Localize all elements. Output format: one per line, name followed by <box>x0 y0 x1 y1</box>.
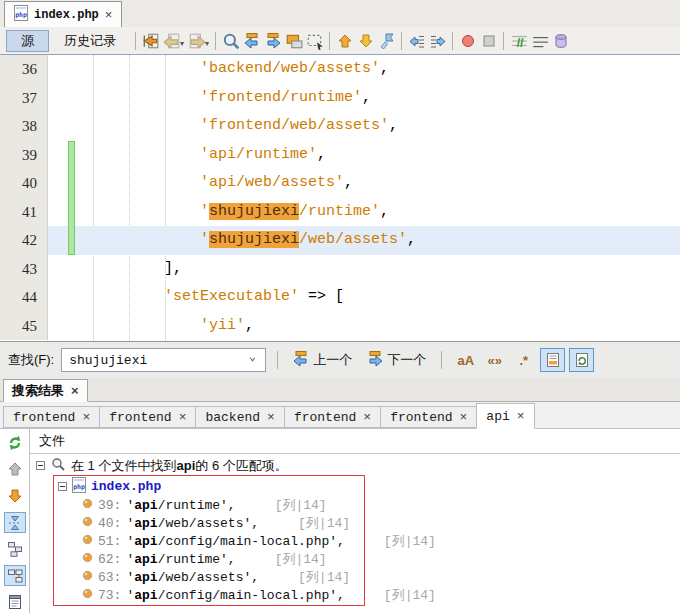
editor-line[interactable]: 45 'yii', <box>0 312 680 341</box>
close-icon[interactable]: × <box>105 8 113 21</box>
uncomment-icon[interactable] <box>529 30 550 52</box>
expander-icon[interactable] <box>58 479 67 494</box>
nav-forward-icon[interactable] <box>186 30 207 52</box>
find-previous-button[interactable]: 上一个 <box>289 349 356 372</box>
database-icon[interactable] <box>550 30 571 52</box>
editor-line[interactable]: 41 'shujujiexi/runtime', <box>0 198 680 227</box>
match-row[interactable]: 39: 'api/runtime',[列|14] <box>30 496 680 514</box>
next-bookmark-icon[interactable] <box>334 30 355 52</box>
next-match-icon[interactable] <box>4 485 26 507</box>
expander-icon[interactable] <box>36 458 45 473</box>
code-text: 'shujujiexi/runtime', <box>48 198 680 227</box>
editor-line[interactable]: 40 'api/web/assets', <box>0 169 680 198</box>
results-tree: 文件 在 1 个文件中找到api的 6 个匹配项。 phpindex.php39… <box>30 428 680 613</box>
match-bullet-icon <box>82 516 93 531</box>
start-macro-recording-icon[interactable] <box>457 30 478 52</box>
combo-caret-icon[interactable] <box>245 350 263 370</box>
find-next-icon[interactable] <box>262 30 283 52</box>
regexp-toggle[interactable]: .* <box>511 348 536 372</box>
close-icon[interactable]: × <box>517 410 525 423</box>
code-text: ], <box>48 255 680 284</box>
result-tab-frontend[interactable]: frontend× <box>99 406 196 428</box>
result-tab-frontend[interactable]: frontend× <box>284 406 381 428</box>
result-tab-frontend[interactable]: frontend× <box>380 406 477 428</box>
editor-line[interactable]: 39 'api/runtime', <box>0 141 680 170</box>
line-number: 38 <box>0 112 48 141</box>
editor-toolbar-icons: ▾▾// <box>131 30 571 52</box>
result-tab-backend[interactable]: backend× <box>195 406 284 428</box>
collapse-tree-icon[interactable] <box>4 512 26 534</box>
file-tab-index-php[interactable]: php index.php × <box>4 1 122 28</box>
close-icon[interactable]: × <box>363 411 371 424</box>
shift-line-right-icon[interactable] <box>427 30 448 52</box>
line-number: 45 <box>0 312 48 341</box>
match-row[interactable]: 73: 'api/config/main-local.php',[列|14] <box>30 586 680 604</box>
refresh-icon[interactable] <box>4 432 26 454</box>
whole-words-toggle[interactable]: «» <box>482 348 507 372</box>
file-tab-strip: php index.php × <box>0 0 680 28</box>
editor-line[interactable]: 43 ], <box>0 255 680 284</box>
previous-bookmark-icon[interactable] <box>355 30 376 52</box>
close-icon[interactable]: × <box>267 411 275 424</box>
close-icon[interactable]: × <box>179 411 187 424</box>
search-results-panel: 搜索结果 × frontend×frontend×backend×fronten… <box>0 378 680 613</box>
match-row[interactable]: 40: 'api/web/assets',[列|14] <box>30 514 680 532</box>
comment-icon[interactable]: // <box>508 30 529 52</box>
tab-history[interactable]: 历史记录 <box>49 30 131 52</box>
line-number: 37 <box>0 84 48 113</box>
close-icon[interactable]: × <box>71 384 79 397</box>
match-row[interactable]: 51: 'api/config/main-local.php',[列|14] <box>30 532 680 550</box>
group-view-icon[interactable] <box>4 565 26 587</box>
find-icon[interactable] <box>220 30 241 52</box>
toolbar-separator <box>215 32 216 50</box>
file-node-row[interactable]: phpindex.php <box>30 477 680 496</box>
column-header-files: 文件 <box>30 428 680 454</box>
result-tab-api[interactable]: api× <box>476 403 534 429</box>
toggle-bookmark-icon[interactable] <box>376 30 397 52</box>
stop-macro-recording-icon[interactable] <box>478 30 499 52</box>
editor-line[interactable]: 36 'backend/web/assets', <box>0 55 680 84</box>
editor-line[interactable]: 42 'shujujiexi/web/assets', <box>0 226 680 255</box>
code-text: 'api/web/assets', <box>48 169 680 198</box>
editor-line[interactable]: 38 'frontend/web/assets', <box>0 112 680 141</box>
code-editor[interactable]: 36 'backend/web/assets',37 'frontend/run… <box>0 55 680 341</box>
match-case-toggle[interactable]: aA <box>453 348 478 372</box>
results-summary-row[interactable]: 在 1 个文件中找到api的 6 个匹配项。 <box>30 454 680 477</box>
previous-match-icon[interactable] <box>4 459 26 481</box>
editor-line[interactable]: 44 'setExecutable' => [ <box>0 283 680 312</box>
toggle-highlight-icon[interactable] <box>283 30 304 52</box>
result-tab-frontend[interactable]: frontend× <box>3 406 100 428</box>
find-label: 查找(F): <box>8 351 54 369</box>
find-query-combobox[interactable]: shujujiexi <box>61 348 266 372</box>
highlight-results-toggle[interactable] <box>540 348 565 372</box>
tab-source[interactable]: 源 <box>6 30 49 52</box>
match-row[interactable]: 62: 'api/runtime',[列|14] <box>30 550 680 568</box>
line-number: 42 <box>0 226 48 255</box>
show-details-icon[interactable] <box>4 591 26 613</box>
close-icon[interactable]: × <box>460 411 468 424</box>
line-number: 41 <box>0 198 48 227</box>
match-row[interactable]: 63: 'api/web/assets',[列|14] <box>30 568 680 586</box>
svg-text:php: php <box>15 11 27 19</box>
close-icon[interactable]: × <box>82 411 90 424</box>
editor-line[interactable]: 37 'frontend/runtime', <box>0 84 680 113</box>
line-number: 36 <box>0 55 48 84</box>
code-text: 'setExecutable' => [ <box>48 283 680 312</box>
wrap-search-toggle[interactable] <box>569 348 594 372</box>
rectangular-selection-icon[interactable] <box>304 30 325 52</box>
last-edit-location-icon[interactable] <box>140 30 161 52</box>
php-file-icon: php <box>72 477 86 496</box>
dropdown-caret-icon[interactable]: ▾ <box>180 39 184 48</box>
find-previous-icon[interactable] <box>241 30 262 52</box>
nav-back-icon[interactable] <box>161 30 182 52</box>
file-structure-icon[interactable] <box>4 538 26 560</box>
line-number: 40 <box>0 169 48 198</box>
find-next-button[interactable]: 下一个 <box>363 349 430 372</box>
shift-line-left-icon[interactable] <box>406 30 427 52</box>
match-bullet-icon <box>82 570 93 585</box>
code-text: 'yii', <box>48 312 680 341</box>
dropdown-caret-icon[interactable]: ▾ <box>205 39 209 48</box>
toolbar-separator <box>135 32 136 50</box>
tab-search-results[interactable]: 搜索结果 × <box>3 379 88 402</box>
php-file-icon: php <box>14 5 28 24</box>
